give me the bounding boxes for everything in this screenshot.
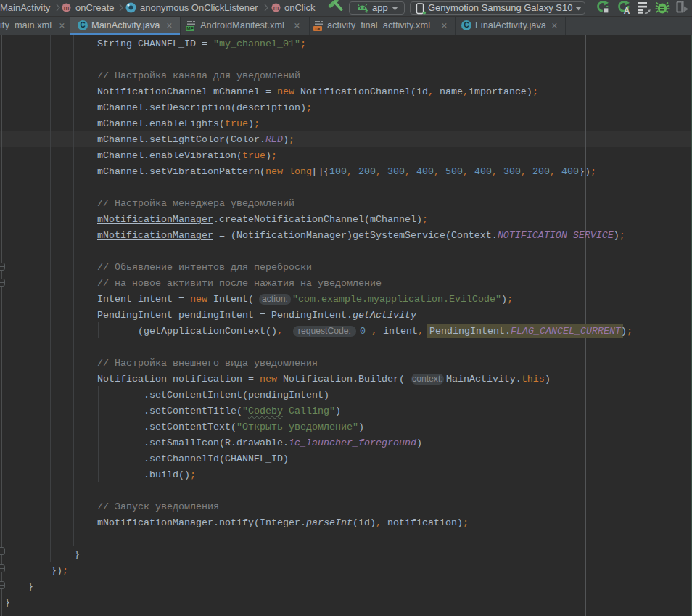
- svg-text:m: m: [273, 4, 279, 12]
- svg-text:cx: cx: [315, 26, 321, 31]
- svg-text:MF: MF: [186, 26, 193, 31]
- svg-text:A: A: [624, 6, 630, 15]
- svg-text:m: m: [64, 4, 70, 12]
